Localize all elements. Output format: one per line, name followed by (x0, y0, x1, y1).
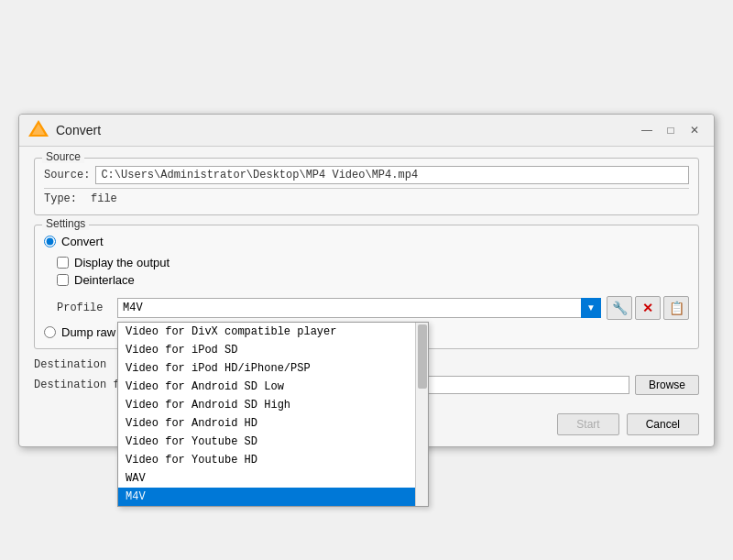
display-output-row: Display the output (57, 256, 689, 269)
wrench-button[interactable]: 🔧 (607, 296, 632, 320)
dropdown-item-ipod-sd[interactable]: Video for iPod SD (118, 341, 428, 359)
maximize-button[interactable]: □ (661, 120, 681, 140)
convert-radio[interactable] (44, 236, 56, 247)
profile-selected-value: M4V (123, 302, 143, 314)
convert-label: Convert (61, 235, 104, 248)
dropdown-scrollbar[interactable] (415, 323, 428, 506)
title-bar: Convert — □ ✕ (19, 115, 714, 147)
display-output-checkbox[interactable] (57, 257, 69, 269)
settings-group: Settings Convert Display the output Dein… (34, 225, 699, 349)
dropdown-item-android-sd-low[interactable]: Video for Android SD Low (118, 378, 428, 396)
dropdown-item-android-hd[interactable]: Video for Android HD (118, 414, 428, 433)
close-button[interactable]: ✕ (684, 120, 705, 140)
minimize-button[interactable]: — (637, 120, 657, 140)
deinterlace-row: Deinterlace (57, 273, 689, 287)
content-area: Source Source: Type: file Settings Conve… (19, 147, 714, 406)
type-label: Type: (44, 192, 85, 205)
dropdown-item-ipod-hd[interactable]: Video for iPod HD/iPhone/PSP (118, 359, 428, 378)
dropdown-item-divx[interactable]: Video for DivX compatible player (118, 323, 428, 341)
dump-raw-radio[interactable] (44, 326, 56, 338)
profile-dropdown-list: Video for DivX compatible player Video f… (117, 322, 429, 507)
start-button[interactable]: Start (557, 413, 618, 435)
profile-dropdown-container: M4V ▼ Video for DivX compatible player V… (117, 298, 601, 318)
main-window: Convert — □ ✕ Source Source: Type: file … (18, 114, 715, 447)
convert-radio-row: Convert (44, 235, 689, 248)
dropdown-item-wav[interactable]: WAV (118, 469, 428, 488)
profile-actions: 🔧 ✕ 📋 (607, 296, 689, 320)
source-section-label: Source (42, 150, 84, 163)
browse-button[interactable]: Browse (635, 375, 699, 395)
profile-row: Profile M4V ▼ Video for DivX compatible … (57, 296, 689, 320)
title-left: Convert (28, 120, 101, 140)
profile-label: Profile (57, 302, 112, 314)
deinterlace-checkbox[interactable] (57, 274, 69, 286)
source-file-row: Source: (44, 166, 689, 184)
settings-section-label: Settings (42, 217, 89, 230)
dropdown-item-android-sd-high[interactable]: Video for Android SD High (118, 396, 428, 414)
dropdown-item-youtube-sd[interactable]: Video for Youtube SD (118, 433, 428, 451)
source-group: Source Source: Type: file (34, 158, 699, 215)
window-controls: — □ ✕ (637, 120, 705, 140)
scrollbar-thumb (418, 324, 427, 389)
dropdown-item-m4v[interactable]: M4V (118, 488, 428, 506)
type-value: file (91, 192, 117, 205)
delete-profile-button[interactable]: ✕ (635, 296, 661, 320)
profile-dropdown-button[interactable]: M4V (117, 298, 601, 318)
cancel-button[interactable]: Cancel (627, 413, 699, 435)
deinterlace-label: Deinterlace (74, 273, 135, 287)
type-row: Type: file (44, 192, 689, 205)
display-output-label: Display the output (74, 256, 170, 269)
dropdown-item-youtube-hd[interactable]: Video for Youtube HD (118, 451, 428, 469)
source-label: Source: (44, 169, 90, 181)
list-button[interactable]: 📋 (663, 296, 689, 320)
window-title: Convert (56, 123, 101, 137)
vlc-logo-icon (28, 120, 49, 140)
source-input[interactable] (95, 166, 689, 184)
